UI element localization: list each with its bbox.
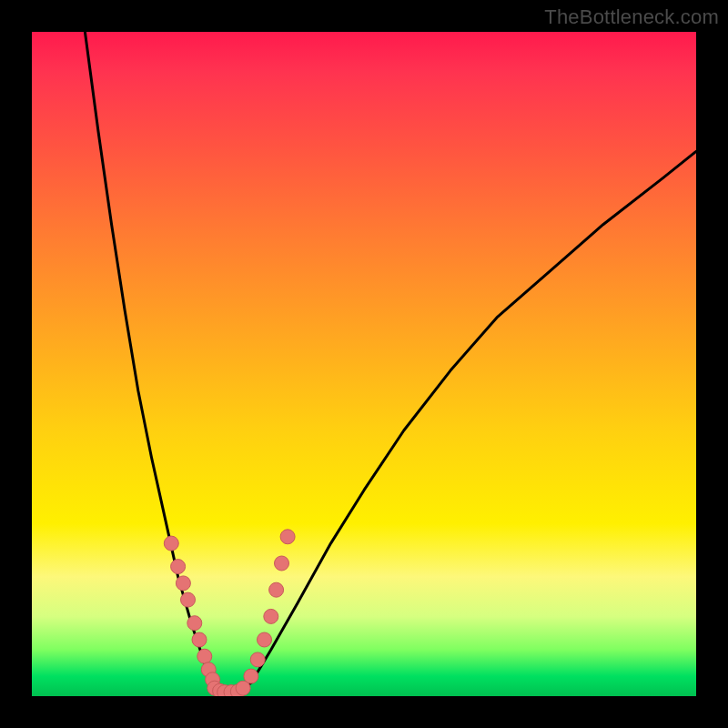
data-point: [236, 681, 250, 695]
data-point: [181, 592, 196, 607]
data-point: [258, 632, 272, 647]
plot-area: [32, 32, 696, 696]
data-point: [275, 556, 289, 571]
data-point: [176, 576, 190, 591]
curve-left-curve: [85, 32, 224, 693]
data-point: [250, 652, 265, 667]
data-point: [269, 582, 284, 597]
data-point: [280, 530, 295, 544]
data-point: [187, 616, 202, 631]
data-point: [192, 632, 207, 647]
attribution-text: TheBottleneck.com: [544, 5, 719, 29]
data-point: [171, 560, 186, 574]
chart-frame: TheBottleneck.com: [0, 0, 728, 728]
data-point: [164, 536, 178, 551]
data-point: [197, 649, 212, 663]
chart-svg: [32, 32, 696, 696]
curve-right-curve: [238, 151, 696, 693]
data-point: [264, 609, 278, 623]
